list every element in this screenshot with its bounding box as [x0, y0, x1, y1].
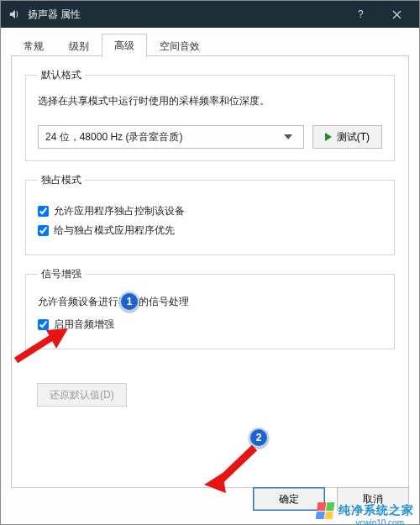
checkbox-allow-exclusive[interactable]: 允许应用程序独占控制该设备	[38, 204, 382, 218]
checkbox-enable-enhance[interactable]: 启用音频增强	[38, 318, 382, 332]
properties-window: 扬声器 属性 ? 常规 级别 高级 空间音效 默认格式 选择在共享模式中运行时使…	[0, 0, 420, 525]
format-select-value: 24 位，48000 Hz (录音室音质)	[45, 130, 280, 144]
svg-text:?: ?	[358, 9, 364, 19]
checkbox-exclusive-priority[interactable]: 给与独占模式应用程序优先	[38, 223, 382, 238]
close-button[interactable]	[379, 1, 414, 28]
help-button[interactable]: ?	[344, 1, 379, 28]
speaker-icon	[8, 8, 21, 21]
group-default-format-legend: 默认格式	[38, 68, 85, 82]
tab-levels[interactable]: 级别	[56, 34, 102, 57]
window-title: 扬声器 属性	[28, 8, 344, 22]
tab-panel-advanced: 默认格式 选择在共享模式中运行时使用的采样频率和位深度。 24 位，48000 …	[11, 55, 409, 488]
cancel-button[interactable]: 取消	[337, 487, 409, 511]
tab-advanced[interactable]: 高级	[102, 34, 147, 57]
chevron-down-icon	[280, 134, 297, 139]
checkbox-allow-exclusive-input[interactable]	[38, 206, 49, 217]
checkbox-exclusive-priority-input[interactable]	[38, 225, 49, 236]
checkbox-enable-enhance-input[interactable]	[38, 319, 49, 330]
tab-spatial[interactable]: 空间音效	[147, 34, 213, 57]
enhance-desc: 允许音频设备进行额外的信号处理	[38, 295, 382, 309]
group-default-format: 默认格式 选择在共享模式中运行时使用的采样频率和位深度。 24 位，48000 …	[25, 68, 395, 161]
ok-button[interactable]: 确定	[253, 487, 325, 511]
play-icon	[325, 133, 332, 141]
group-enhance: 信号增强 允许音频设备进行额外的信号处理 启用音频增强	[25, 267, 395, 349]
group-exclusive-legend: 独占模式	[38, 173, 85, 187]
test-button[interactable]: 测试(T)	[312, 125, 382, 149]
restore-defaults-button[interactable]: 还原默认值(D)	[37, 383, 127, 407]
tab-bar: 常规 级别 高级 空间音效	[11, 33, 409, 56]
default-format-desc: 选择在共享模式中运行时使用的采样频率和位深度。	[38, 94, 382, 108]
titlebar: 扬声器 属性 ?	[1, 1, 419, 28]
group-exclusive: 独占模式 允许应用程序独占控制该设备 给与独占模式应用程序优先	[25, 173, 395, 255]
tab-general[interactable]: 常规	[11, 34, 56, 57]
group-enhance-legend: 信号增强	[38, 267, 85, 281]
format-select[interactable]: 24 位，48000 Hz (录音室音质)	[38, 125, 304, 149]
